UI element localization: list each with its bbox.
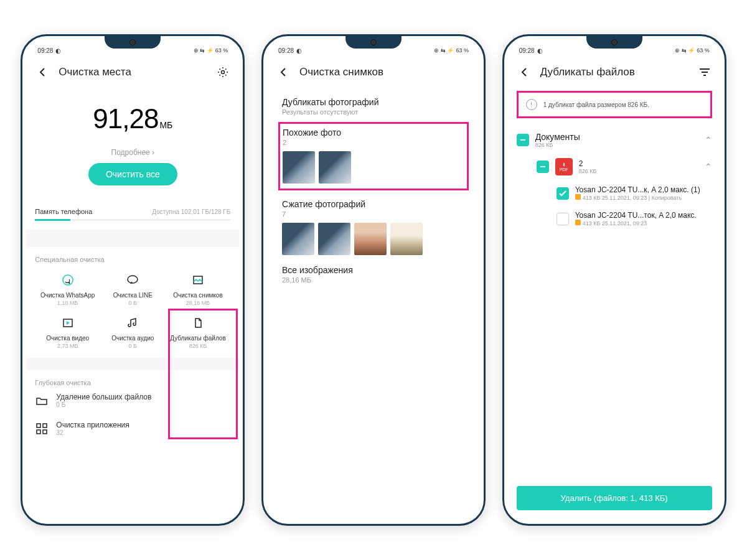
checkbox-indeterminate[interactable]: − <box>517 134 529 146</box>
pdf-group[interactable]: − ⬇PDF 2826 КБ ⌃ <box>517 153 712 180</box>
grid-item-whatsapp[interactable]: Очистка WhatsApp1,10 МБ <box>35 272 100 306</box>
phone-frame-1: 09:28◐ ⊕ ⇆ ⚡63 % Очистка места 91,28МБ П… <box>21 34 245 526</box>
svg-rect-8 <box>43 430 47 434</box>
back-icon[interactable] <box>276 65 291 80</box>
thumbnail[interactable] <box>283 151 315 184</box>
notch <box>586 36 642 49</box>
thumbnail[interactable] <box>319 151 351 184</box>
svg-point-0 <box>222 71 225 74</box>
svg-point-2 <box>128 276 138 283</box>
svg-rect-5 <box>37 424 40 427</box>
filter-icon[interactable] <box>697 65 712 80</box>
file-row-1[interactable]: Yosan JC-2204 TU...к, A 2,0 макс. (1)413… <box>517 180 712 206</box>
more-link[interactable]: Подробнее › <box>35 148 230 157</box>
grid-item-line[interactable]: Очистка LINE0 Б <box>100 272 166 306</box>
svg-rect-7 <box>37 430 40 434</box>
thumbnail[interactable] <box>390 223 423 255</box>
info-banner: ! 1 дубликат файла размером 826 КБ. <box>517 91 712 118</box>
folder-icon <box>575 194 581 200</box>
notch <box>345 36 402 49</box>
compress-section[interactable]: Сжатие фотографий7 <box>282 199 465 255</box>
big-files-row[interactable]: Удаление больших файлов0 Б <box>35 386 230 414</box>
memory-available: Доступна 102,01 ГБ/128 ГБ <box>152 208 230 215</box>
memory-label: Память телефона <box>35 208 92 215</box>
svg-point-1 <box>63 275 73 285</box>
back-icon[interactable] <box>517 65 532 80</box>
svg-rect-6 <box>43 424 47 427</box>
wifi-icon: ⊕ ⇆ ⚡ <box>194 47 214 54</box>
clean-all-button[interactable]: Очистить все <box>88 163 177 185</box>
pdf-icon: ⬇PDF <box>555 158 573 175</box>
similar-section[interactable]: Похожие фото2 <box>283 128 464 184</box>
settings-icon[interactable] <box>215 65 230 80</box>
chevron-up-icon[interactable]: ⌃ <box>705 135 712 145</box>
duplicates-section[interactable]: Дубликаты фотографийРезультаты отсутству… <box>282 97 465 116</box>
grid-item-video[interactable]: Очистка видео2,73 МБ <box>35 315 100 349</box>
thumbnail[interactable] <box>354 223 387 255</box>
folder-icon <box>575 220 581 225</box>
page-title: Очистка места <box>59 66 207 78</box>
info-icon: ! <box>526 99 537 110</box>
notch <box>105 36 161 49</box>
status-time: 09:28 <box>37 47 53 54</box>
phone-frame-2: 09:28◐ ⊕ ⇆ ⚡63 % Очистка снимков Дублика… <box>261 34 486 526</box>
page-title: Очистка снимков <box>299 66 471 78</box>
thumbnail[interactable] <box>318 223 350 255</box>
grid-item-duplicates[interactable]: Дубликаты файлов826 КБ <box>166 315 231 349</box>
grid-item-photos[interactable]: Очистка снимков28,16 МБ <box>166 272 231 306</box>
grid-item-audio[interactable]: Очистка аудио0 Б <box>100 315 166 349</box>
battery-text: 63 % <box>215 47 228 54</box>
deep-clean-title: Глубокая очистка <box>35 379 230 386</box>
checkbox-unchecked[interactable] <box>557 213 569 225</box>
all-images-section[interactable]: Все изображения28,16 МБ <box>282 265 465 284</box>
checkbox-checked[interactable] <box>557 187 569 200</box>
thumbnail[interactable] <box>282 223 314 255</box>
status-icon: ◐ <box>55 47 61 54</box>
special-clean-title: Специальная очистка <box>35 256 230 263</box>
checkbox-indeterminate[interactable]: − <box>537 161 549 173</box>
file-row-2[interactable]: Yosan JC-2204 TU...ток, A 2,0 макс.413 К… <box>517 206 712 231</box>
highlight-box-2: Похожие фото2 <box>278 122 469 190</box>
storage-size: 91,28МБ <box>35 103 230 134</box>
phone-frame-3: 09:28◐ ⊕ ⇆ ⚡63 % Дубликаты файлов ! 1 ду… <box>502 34 726 526</box>
delete-button[interactable]: Удалить (файлов: 1, 413 КБ) <box>517 486 712 510</box>
memory-bar <box>35 219 230 221</box>
page-title: Дубликаты файлов <box>540 66 688 78</box>
docs-group[interactable]: − Документы826 КБ ⌃ <box>517 127 712 153</box>
chevron-up-icon[interactable]: ⌃ <box>705 162 712 172</box>
back-icon[interactable] <box>35 65 50 80</box>
apps-row[interactable]: Очистка приложения32 <box>35 414 230 442</box>
